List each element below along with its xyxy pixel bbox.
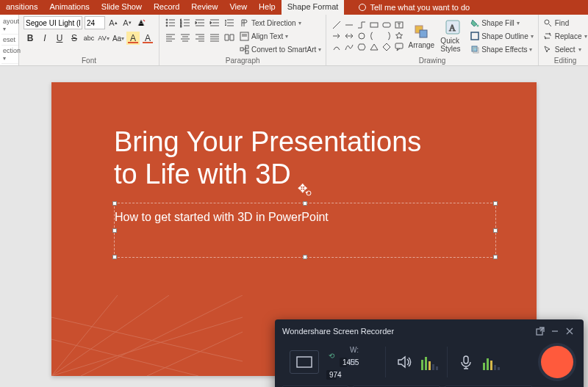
tab-transitions[interactable]: ansitions xyxy=(0,0,43,15)
char-spacing-button[interactable]: AV▾ xyxy=(97,32,110,45)
tab-help[interactable]: Help xyxy=(253,0,282,15)
shape-textbox-icon[interactable] xyxy=(393,20,405,30)
shape-diamond-icon[interactable] xyxy=(381,42,392,52)
tab-view[interactable]: View xyxy=(223,0,253,15)
tab-slide-show[interactable]: Slide Show xyxy=(96,0,148,15)
shape-line2-icon[interactable] xyxy=(343,20,355,30)
resize-handle-tm[interactable] xyxy=(303,201,307,206)
increase-indent-button[interactable] xyxy=(208,16,221,29)
bold-button[interactable]: B xyxy=(24,32,37,45)
capture-region-button[interactable] xyxy=(290,350,319,374)
align-right-button[interactable] xyxy=(193,31,207,44)
rotate-handle-icon[interactable] xyxy=(304,189,313,198)
shape-elbow-icon[interactable] xyxy=(356,20,368,30)
shape-fill-button[interactable]: Shape Fill ▾ xyxy=(470,16,533,29)
subtitle-placeholder-selected[interactable]: ✥ How to get started with 3D in PowerPoi… xyxy=(114,203,496,258)
svg-point-23 xyxy=(545,20,549,24)
slide-title[interactable]: Bring Your Presentations to Life with 3D xyxy=(114,126,421,190)
justify-button[interactable] xyxy=(208,31,221,44)
mic-toggle-icon[interactable] xyxy=(456,352,476,372)
mic-vu-meter xyxy=(483,354,500,370)
resize-handle-bm[interactable] xyxy=(303,255,307,259)
svg-rect-9 xyxy=(245,51,248,54)
recorder-titlebar[interactable]: Wondershare Screen Recorder xyxy=(275,319,584,343)
shape-outline-button[interactable]: Shape Outline ▾ xyxy=(470,29,533,43)
decrease-indent-button[interactable] xyxy=(193,16,207,29)
highlight-button[interactable]: A xyxy=(126,32,140,45)
lock-aspect-icon[interactable]: ⟲ xyxy=(326,352,337,360)
width-value[interactable]: 1455 xyxy=(340,358,347,367)
shape-doublearrow-icon[interactable] xyxy=(343,31,355,41)
text-shadow-button[interactable]: abc xyxy=(82,32,96,45)
underline-button[interactable]: U xyxy=(53,32,66,45)
strike-button[interactable]: S xyxy=(68,32,81,45)
resize-handle-bl[interactable] xyxy=(112,255,117,259)
speaker-toggle-icon[interactable] xyxy=(395,352,414,372)
popout-icon[interactable] xyxy=(534,325,547,338)
shape-arrow-icon[interactable] xyxy=(331,31,343,41)
align-center-button[interactable] xyxy=(179,31,192,44)
columns-button[interactable] xyxy=(223,31,236,44)
font-size-select[interactable] xyxy=(85,16,105,29)
screen-recorder-window[interactable]: Wondershare Screen Recorder W:1455 ⟲H:97… xyxy=(275,319,584,387)
change-case-button[interactable]: Aa▾ xyxy=(112,32,125,45)
quick-styles-button[interactable]: A Quick Styles xyxy=(437,18,468,54)
shape-hexagon-icon[interactable] xyxy=(356,42,368,52)
shape-line-icon[interactable] xyxy=(331,20,343,30)
resize-handle-tr[interactable] xyxy=(493,201,498,206)
italic-button[interactable]: I xyxy=(38,32,51,45)
shape-freeform-icon[interactable] xyxy=(343,42,355,52)
height-value[interactable]: 974 xyxy=(326,370,337,380)
dimensions-display: W:1455 ⟲H:974 xyxy=(326,344,376,380)
drawing-group-label: Drawing xyxy=(331,56,533,65)
slide-canvas[interactable]: Bring Your Presentations to Life with 3D… xyxy=(0,66,588,387)
shapes-gallery[interactable] xyxy=(331,20,405,52)
text-direction-button[interactable]: Text Direction ▾ xyxy=(240,16,321,29)
shape-rrect-icon[interactable] xyxy=(381,20,392,30)
shape-circle-icon[interactable] xyxy=(356,31,368,41)
resize-handle-ml[interactable] xyxy=(112,228,117,233)
select-button[interactable]: Select ▾ xyxy=(543,43,588,56)
tab-animations[interactable]: Animations xyxy=(43,0,95,15)
minimize-icon[interactable] xyxy=(548,325,562,338)
tab-shape-format[interactable]: Shape Format xyxy=(282,0,345,15)
decrease-font-icon[interactable]: A▾ xyxy=(121,16,133,29)
font-color-button[interactable]: A xyxy=(141,32,154,45)
find-button[interactable]: Find xyxy=(543,16,588,29)
tab-review[interactable]: Review xyxy=(185,0,223,15)
align-text-button[interactable]: Align Text ▾ xyxy=(240,29,321,43)
clear-formatting-icon[interactable] xyxy=(135,16,147,29)
shape-callout-icon[interactable] xyxy=(393,42,405,52)
resize-handle-mr[interactable] xyxy=(493,228,498,233)
layout-item[interactable]: ayout ▾ xyxy=(1,16,18,35)
tell-me-search[interactable]: Tell me what you want to do xyxy=(353,0,476,15)
tab-record[interactable]: Record xyxy=(148,0,185,15)
replace-button[interactable]: Replace ▾ xyxy=(543,29,588,43)
shape-brace2-icon[interactable] xyxy=(381,31,392,41)
numbering-button[interactable]: 123 xyxy=(179,16,192,29)
line-spacing-button[interactable] xyxy=(223,16,236,29)
svg-rect-11 xyxy=(383,23,390,27)
increase-font-icon[interactable]: A▴ xyxy=(107,16,119,29)
shape-star-icon[interactable] xyxy=(393,31,405,41)
font-family-select[interactable] xyxy=(24,16,82,29)
shape-effects-button[interactable]: Shape Effects ▾ xyxy=(470,43,533,56)
record-button[interactable] xyxy=(541,346,573,378)
close-icon[interactable] xyxy=(563,325,576,338)
svg-text:A: A xyxy=(449,23,456,33)
section-item[interactable]: ection ▾ xyxy=(1,46,18,64)
shape-rect-icon[interactable] xyxy=(368,20,380,30)
convert-smartart-button[interactable]: Convert to SmartArt ▾ xyxy=(240,43,321,56)
shape-brace-icon[interactable] xyxy=(368,31,380,41)
align-left-button[interactable] xyxy=(164,31,177,44)
arrange-button[interactable]: Arrange xyxy=(406,22,437,51)
reset-item[interactable]: eset xyxy=(1,35,18,46)
shape-triangle-icon[interactable] xyxy=(368,42,380,52)
resize-handle-br[interactable] xyxy=(493,255,498,259)
svg-point-2 xyxy=(166,25,168,26)
resize-handle-tl[interactable] xyxy=(112,201,117,206)
recorder-title: Wondershare Screen Recorder xyxy=(282,327,532,336)
bullets-button[interactable] xyxy=(164,16,177,29)
shape-connector-icon[interactable] xyxy=(331,42,343,52)
slide-subtitle[interactable]: How to get started with 3D in PowerPoint xyxy=(115,211,329,224)
